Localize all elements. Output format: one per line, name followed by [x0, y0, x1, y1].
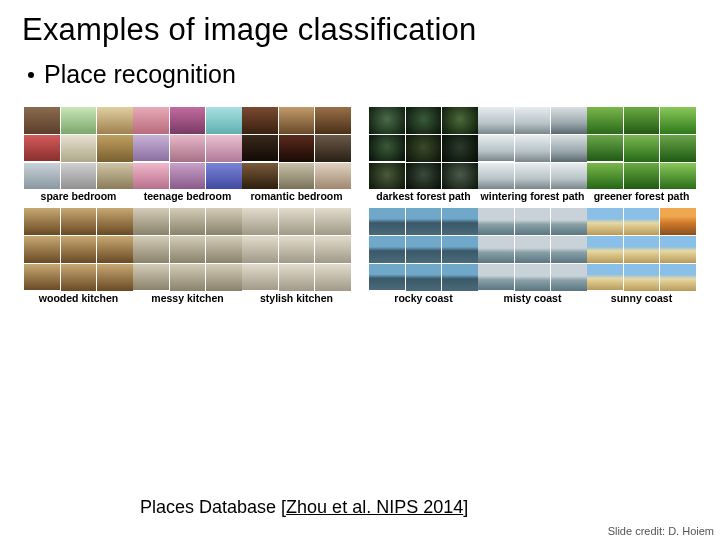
- category-label: wooded kitchen: [39, 292, 118, 304]
- thumbnail: [624, 236, 660, 263]
- thumbnail: [315, 107, 351, 134]
- thumbnail: [206, 264, 242, 291]
- thumbnail: [206, 236, 242, 263]
- category-wintering-forest-path: wintering forest path: [478, 107, 587, 208]
- thumbnail: [369, 264, 405, 291]
- thumbnail: [170, 208, 206, 235]
- thumbnail: [97, 163, 133, 190]
- bullet-icon: [28, 72, 34, 78]
- thumbnail: [315, 236, 351, 263]
- category-misty-coast: misty coast: [478, 208, 587, 309]
- thumbnail: [624, 163, 660, 190]
- category-label: sunny coast: [611, 292, 672, 304]
- thumbnail: [279, 107, 315, 134]
- thumbnail: [24, 107, 60, 134]
- thumbnail: [406, 107, 442, 134]
- thumbnail: [242, 135, 278, 162]
- thumbnail: [97, 107, 133, 134]
- category-label: misty coast: [504, 292, 562, 304]
- thumbnail: [170, 107, 206, 134]
- bullet-text: Place recognition: [44, 60, 236, 89]
- thumbnail: [515, 208, 551, 235]
- thumbnail: [624, 264, 660, 291]
- thumbnail: [133, 264, 169, 291]
- thumbnail-grid: [24, 208, 133, 290]
- thumbnail-grid: [369, 208, 478, 290]
- thumbnail: [442, 135, 478, 162]
- thumbnail: [24, 264, 60, 291]
- thumbnail: [478, 208, 514, 235]
- thumbnail: [369, 208, 405, 235]
- thumbnail: [315, 264, 351, 291]
- thumbnail: [587, 163, 623, 190]
- thumbnail-grid: [24, 107, 133, 189]
- thumbnail: [515, 135, 551, 162]
- right-grid: darkest forest path wintering forest pat…: [369, 107, 696, 310]
- thumbnail: [406, 208, 442, 235]
- thumbnail-grid: [242, 107, 351, 189]
- thumbnail-grid: [587, 107, 696, 189]
- thumbnail-grid: [478, 107, 587, 189]
- thumbnail: [315, 135, 351, 162]
- thumbnail: [279, 264, 315, 291]
- thumbnail: [442, 208, 478, 235]
- thumbnail: [442, 236, 478, 263]
- category-stylish-kitchen: stylish kitchen: [242, 208, 351, 309]
- thumbnail: [442, 163, 478, 190]
- thumbnail: [551, 208, 587, 235]
- thumbnail: [478, 236, 514, 263]
- slide-credit: Slide credit: D. Hoiem: [608, 525, 714, 537]
- thumbnail: [624, 107, 660, 134]
- category-darkest-forest-path: darkest forest path: [369, 107, 478, 208]
- thumbnail-grid: [133, 107, 242, 189]
- thumbnail: [133, 135, 169, 162]
- bullet-item: Place recognition: [28, 60, 698, 89]
- thumbnail: [369, 163, 405, 190]
- category-rocky-coast: rocky coast: [369, 208, 478, 309]
- thumbnail: [406, 236, 442, 263]
- slide-title: Examples of image classification: [22, 12, 698, 48]
- category-label: messy kitchen: [151, 292, 223, 304]
- thumbnail: [551, 264, 587, 291]
- thumbnail: [279, 135, 315, 162]
- thumbnail-grid: [587, 208, 696, 290]
- thumbnail: [406, 264, 442, 291]
- thumbnail: [61, 135, 97, 162]
- thumbnail: [206, 163, 242, 190]
- thumbnail: [551, 163, 587, 190]
- left-grid: spare bedroom teenage bedroom romantic b…: [24, 107, 351, 310]
- category-label: wintering forest path: [481, 190, 585, 202]
- thumbnail: [206, 135, 242, 162]
- thumbnail: [369, 107, 405, 134]
- thumbnail: [24, 135, 60, 162]
- thumbnail: [515, 163, 551, 190]
- thumbnail: [587, 208, 623, 235]
- thumbnail: [97, 236, 133, 263]
- thumbnail: [242, 264, 278, 291]
- category-label: rocky coast: [394, 292, 452, 304]
- thumbnail: [406, 135, 442, 162]
- thumbnail: [242, 236, 278, 263]
- thumbnail: [315, 208, 351, 235]
- thumbnail: [279, 163, 315, 190]
- thumbnail: [133, 163, 169, 190]
- thumbnail-grid: [133, 208, 242, 290]
- thumbnail: [442, 107, 478, 134]
- thumbnail: [551, 135, 587, 162]
- thumbnail: [515, 107, 551, 134]
- thumbnail: [206, 208, 242, 235]
- thumbnail: [660, 163, 696, 190]
- category-label: spare bedroom: [41, 190, 117, 202]
- thumbnail: [551, 107, 587, 134]
- thumbnail-grid: [478, 208, 587, 290]
- thumbnail: [478, 107, 514, 134]
- thumbnail: [587, 135, 623, 162]
- citation-suffix: ]: [463, 497, 468, 517]
- category-romantic-bedroom: romantic bedroom: [242, 107, 351, 208]
- category-wooded-kitchen: wooded kitchen: [24, 208, 133, 309]
- thumbnail: [551, 236, 587, 263]
- citation-link[interactable]: Zhou et al. NIPS 2014: [286, 497, 463, 517]
- category-spare-bedroom: spare bedroom: [24, 107, 133, 208]
- category-label: darkest forest path: [376, 190, 471, 202]
- thumbnail: [478, 135, 514, 162]
